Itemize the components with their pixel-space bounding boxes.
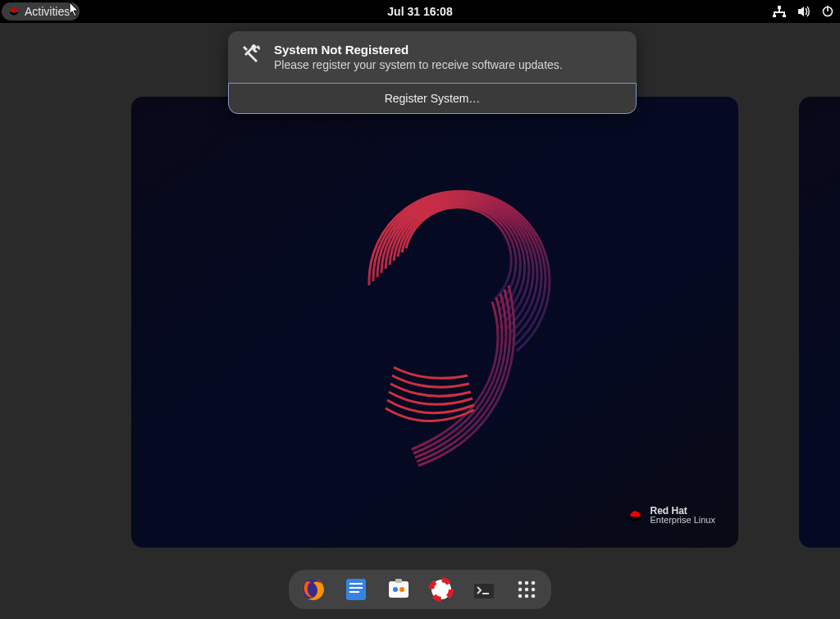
workspace-thumbnail[interactable]: Red Hat Enterprise Linux bbox=[131, 97, 738, 548]
redhat-hat-icon bbox=[628, 509, 644, 522]
svg-rect-1 bbox=[778, 9, 780, 11]
wallpaper-logo-bottom: Enterprise Linux bbox=[651, 516, 716, 525]
svg-rect-14 bbox=[389, 581, 409, 598]
system-tray[interactable] bbox=[773, 6, 840, 17]
svg-rect-22 bbox=[474, 580, 494, 584]
register-system-button[interactable]: Register System… bbox=[228, 83, 637, 114]
svg-point-27 bbox=[518, 588, 523, 592]
wallpaper-graphic bbox=[295, 121, 574, 482]
text-editor-launcher[interactable] bbox=[341, 575, 371, 604]
svg-rect-23 bbox=[482, 593, 489, 594]
dash bbox=[289, 570, 551, 609]
redhat-icon bbox=[8, 6, 20, 17]
svg-point-32 bbox=[532, 594, 536, 599]
power-icon bbox=[822, 6, 833, 17]
clock[interactable]: Jul 31 16:08 bbox=[387, 5, 452, 18]
software-launcher[interactable] bbox=[384, 575, 413, 604]
top-bar: Activities Jul 31 16:08 bbox=[0, 0, 840, 23]
svg-point-20 bbox=[437, 585, 445, 594]
svg-rect-13 bbox=[349, 591, 359, 593]
svg-rect-12 bbox=[349, 587, 363, 589]
show-apps-button[interactable] bbox=[512, 575, 541, 604]
svg-rect-2 bbox=[774, 11, 785, 13]
mouse-cursor bbox=[69, 2, 80, 18]
svg-rect-5 bbox=[773, 15, 776, 17]
svg-point-17 bbox=[399, 587, 404, 592]
help-launcher[interactable] bbox=[427, 575, 456, 604]
wrench-screwdriver-icon bbox=[241, 44, 262, 69]
overview-area: Red Hat Enterprise Linux System Not Regi… bbox=[0, 23, 840, 619]
notification-title: System Not Registered bbox=[274, 43, 622, 57]
svg-rect-6 bbox=[783, 15, 786, 17]
workspace-thumbnail-next[interactable] bbox=[799, 97, 840, 548]
notification-message: Please register your system to receive s… bbox=[274, 58, 622, 71]
svg-point-28 bbox=[525, 588, 529, 592]
activities-label: Activities bbox=[25, 5, 70, 18]
firefox-launcher[interactable] bbox=[299, 575, 328, 604]
wallpaper-logo: Red Hat Enterprise Linux bbox=[628, 506, 716, 525]
svg-point-30 bbox=[518, 594, 523, 599]
terminal-launcher[interactable] bbox=[469, 575, 499, 604]
svg-rect-11 bbox=[349, 583, 363, 585]
svg-rect-15 bbox=[395, 579, 402, 583]
svg-rect-3 bbox=[774, 13, 775, 15]
svg-point-16 bbox=[393, 587, 398, 592]
volume-icon bbox=[797, 6, 810, 17]
network-icon bbox=[773, 6, 786, 17]
svg-point-29 bbox=[532, 588, 536, 592]
notification-banner: System Not Registered Please register yo… bbox=[228, 31, 637, 114]
svg-point-25 bbox=[525, 581, 529, 585]
svg-point-31 bbox=[525, 594, 529, 599]
activities-button[interactable]: Activities bbox=[2, 2, 80, 20]
svg-rect-4 bbox=[783, 13, 785, 15]
svg-rect-10 bbox=[346, 579, 366, 600]
svg-point-24 bbox=[518, 581, 523, 585]
svg-rect-0 bbox=[778, 6, 781, 9]
svg-rect-8 bbox=[827, 6, 829, 11]
svg-point-26 bbox=[532, 581, 536, 585]
